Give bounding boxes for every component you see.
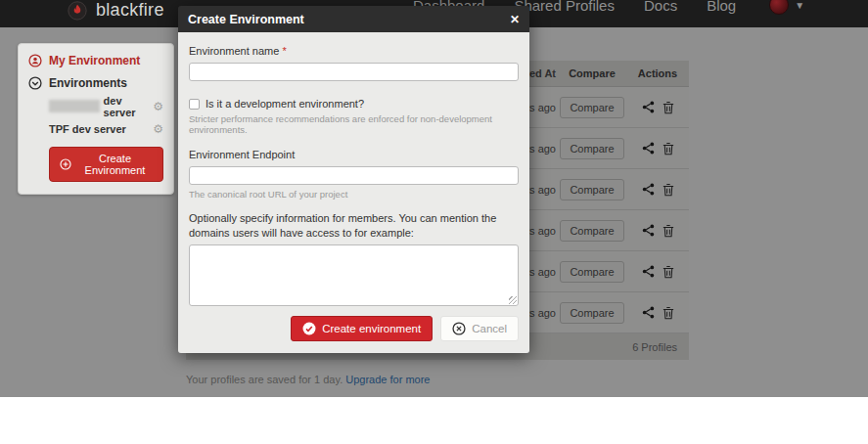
create-environment-modal: Create Environment ✕ Environment name * … — [178, 6, 529, 353]
endpoint-help-text: The canonical root URL of your project — [189, 189, 519, 200]
development-checkbox-label: Is it a development environment? — [206, 98, 364, 110]
server-list: dev server ⚙ TPF dev server ⚙ — [49, 97, 163, 138]
environments-sidebar: My Environment Environments dev server ⚙… — [18, 43, 174, 195]
modal-title: Create Environment — [188, 13, 304, 26]
blackfire-flame-icon — [67, 0, 88, 21]
modal-footer: Create environment Cancel — [189, 316, 519, 341]
nav-item-blog[interactable]: Blog — [707, 0, 736, 14]
members-info-textarea[interactable] — [189, 244, 519, 306]
development-checkbox-row: Is it a development environment? — [189, 98, 519, 110]
person-circle-icon — [28, 54, 42, 67]
close-icon[interactable]: ✕ — [510, 13, 520, 26]
nav-item-docs[interactable]: Docs — [644, 0, 677, 14]
sidebar-item-environments[interactable]: Environments — [28, 76, 163, 90]
development-help-text: Stricter performance recommendations are… — [189, 113, 519, 135]
gear-icon[interactable]: ⚙ — [153, 123, 163, 135]
cancel-button[interactable]: Cancel — [440, 316, 519, 341]
resize-grip[interactable] — [509, 296, 517, 304]
gear-icon[interactable]: ⚙ — [153, 101, 163, 112]
required-asterisk: * — [282, 45, 286, 57]
modal-body: Environment name * Is it a development e… — [178, 32, 529, 353]
environment-name-label: Environment name * — [189, 45, 519, 57]
chevron-down-icon: ▼ — [795, 0, 804, 11]
members-note: Optionally specify information for membe… — [189, 211, 519, 240]
environments-circle-icon — [28, 76, 42, 90]
check-circle-icon — [302, 322, 316, 335]
modal-header: Create Environment ✕ — [178, 6, 529, 32]
sidebar-create-environment-button[interactable]: Create Environment — [49, 147, 163, 182]
plus-circle-icon — [60, 158, 71, 170]
avatar[interactable] — [769, 0, 789, 15]
sidebar-item-my-environment[interactable]: My Environment — [28, 54, 163, 67]
environment-endpoint-label: Environment Endpoint — [189, 149, 519, 160]
screen: blackfire Dashboard Shared Profiles Docs… — [0, 0, 868, 444]
environment-endpoint-input[interactable] — [189, 166, 519, 185]
user-menu[interactable]: ▼ — [769, 0, 804, 15]
server-name-redacted — [49, 100, 100, 112]
development-checkbox[interactable] — [189, 99, 200, 110]
brand-name: blackfire — [96, 0, 164, 21]
server-item[interactable]: TPF dev server ⚙ — [49, 119, 163, 138]
brand[interactable]: blackfire — [67, 0, 164, 21]
create-environment-button[interactable]: Create environment — [291, 316, 433, 341]
server-item[interactable]: dev server ⚙ — [49, 97, 163, 115]
x-circle-icon — [452, 322, 466, 335]
environment-name-input[interactable] — [189, 63, 519, 81]
